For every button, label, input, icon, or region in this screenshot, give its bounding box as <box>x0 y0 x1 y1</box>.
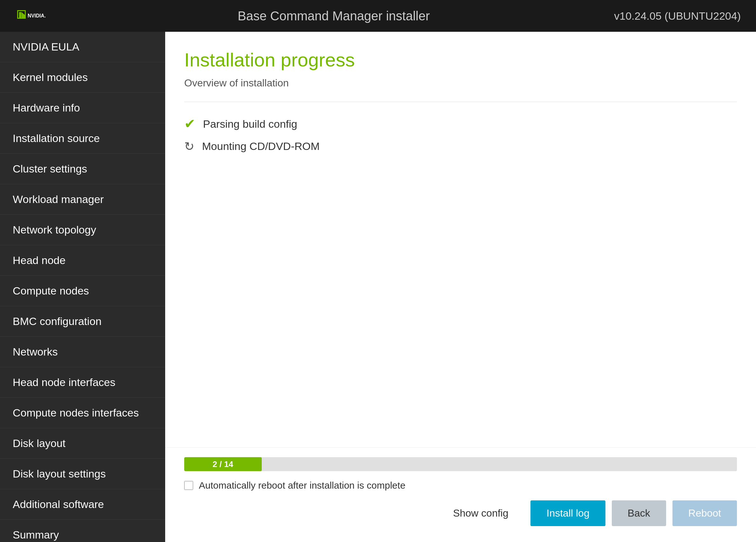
sidebar-item-bmc-configuration[interactable]: BMC configuration <box>0 306 165 337</box>
divider <box>184 102 737 102</box>
auto-reboot-label: Automatically reboot after installation … <box>199 480 405 491</box>
install-log-button[interactable]: Install log <box>530 500 605 526</box>
sidebar-item-workload-manager[interactable]: Workload manager <box>0 184 165 215</box>
svg-text:NVIDIA.: NVIDIA. <box>28 13 46 18</box>
sidebar-item-summary[interactable]: Summary <box>0 520 165 542</box>
back-button[interactable]: Back <box>612 500 666 526</box>
svg-marker-3 <box>19 12 21 18</box>
sidebar-item-kernel-modules[interactable]: Kernel modules <box>0 62 165 93</box>
auto-reboot-checkbox[interactable] <box>184 481 193 490</box>
show-config-button[interactable]: Show config <box>437 500 524 526</box>
spinner-icon: ↻ <box>184 140 194 152</box>
sidebar-item-disk-layout[interactable]: Disk layout <box>0 428 165 459</box>
sidebar-item-compute-nodes[interactable]: Compute nodes <box>0 276 165 306</box>
content-area: Installation progress Overview of instal… <box>165 32 756 542</box>
progress-item-label: Mounting CD/DVD-ROM <box>202 140 320 152</box>
footer-buttons: Show config Install log Back Reboot <box>184 500 737 526</box>
reboot-button[interactable]: Reboot <box>672 500 737 526</box>
content-body: Installation progress Overview of instal… <box>165 32 756 447</box>
sidebar-item-network-topology[interactable]: Network topology <box>0 215 165 245</box>
sidebar-item-nvidia-eula[interactable]: NVIDIA EULA <box>0 32 165 62</box>
progress-bar-fill: 2 / 14 <box>184 457 262 471</box>
app-title: Base Command Manager installer <box>53 9 614 23</box>
sidebar-item-additional-software[interactable]: Additional software <box>0 489 165 520</box>
check-icon: ✔ <box>184 117 195 131</box>
sidebar: NVIDIA EULA Kernel modules Hardware info… <box>0 32 165 542</box>
logo-area: NVIDIA. <box>15 8 53 24</box>
sidebar-item-networks[interactable]: Networks <box>0 337 165 367</box>
progress-item-mount-dvd: ↻ Mounting CD/DVD-ROM <box>184 140 737 152</box>
sidebar-item-hardware-info[interactable]: Hardware info <box>0 93 165 123</box>
sidebar-item-compute-nodes-interfaces[interactable]: Compute nodes interfaces <box>0 398 165 428</box>
sidebar-item-disk-layout-settings[interactable]: Disk layout settings <box>0 459 165 489</box>
page-title: Installation progress <box>184 49 737 71</box>
main-layout: NVIDIA EULA Kernel modules Hardware info… <box>0 32 756 542</box>
progress-item-label: Parsing build config <box>203 118 297 130</box>
sidebar-item-head-node-interfaces[interactable]: Head node interfaces <box>0 367 165 398</box>
app-version: v10.24.05 (UBUNTU2204) <box>614 10 741 22</box>
progress-bar-container: 2 / 14 <box>184 457 737 471</box>
sidebar-item-installation-source[interactable]: Installation source <box>0 123 165 154</box>
progress-items-list: ✔ Parsing build config ↻ Mounting CD/DVD… <box>184 117 737 152</box>
sidebar-item-head-node[interactable]: Head node <box>0 245 165 276</box>
checkbox-row: Automatically reboot after installation … <box>184 480 737 491</box>
nvidia-logo-icon: NVIDIA. <box>15 8 53 24</box>
app-header: NVIDIA. Base Command Manager installer v… <box>0 0 756 32</box>
content-footer: 2 / 14 Automatically reboot after instal… <box>165 447 756 542</box>
sidebar-item-cluster-settings[interactable]: Cluster settings <box>0 154 165 184</box>
progress-item-parse-config: ✔ Parsing build config <box>184 117 737 131</box>
page-subtitle: Overview of installation <box>184 77 737 89</box>
